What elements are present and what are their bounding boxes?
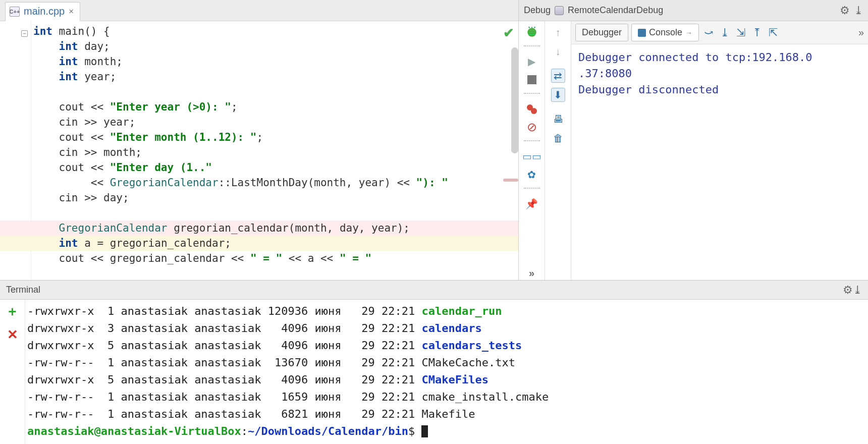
view-breakpoints-icon[interactable] xyxy=(525,102,539,116)
code-line[interactable] xyxy=(33,205,518,220)
code-line[interactable] xyxy=(33,84,518,99)
rerun-debug-icon[interactable] xyxy=(525,25,539,39)
code-line[interactable]: int day; xyxy=(33,39,518,54)
debug-config-name: RemoteCalendarDebug xyxy=(568,5,663,16)
run-config-icon xyxy=(555,6,564,15)
code-line[interactable]: int year; xyxy=(33,69,518,84)
fold-icon[interactable]: − xyxy=(21,30,28,37)
debug-toolwindow-header: Debug RemoteCalendarDebug ⚙ ⤓ xyxy=(519,0,868,21)
close-tab-icon[interactable]: × xyxy=(69,7,74,17)
clear-icon[interactable]: 🗑 xyxy=(551,131,565,145)
step-into-icon[interactable]: ⤓ xyxy=(718,26,731,39)
error-stripe-marker[interactable] xyxy=(503,179,518,182)
code-line[interactable]: cin >> day; xyxy=(33,190,518,205)
editor-tab-main-cpp[interactable]: C++ main.cpp × xyxy=(5,2,80,21)
force-step-into-icon[interactable]: ⇲ xyxy=(734,26,747,39)
code-line[interactable]: cin >> month; xyxy=(33,145,518,160)
down-frame-icon[interactable]: ↓ xyxy=(551,44,565,59)
up-frame-icon[interactable]: ↑ xyxy=(551,25,565,39)
tabs-more-icon[interactable]: » xyxy=(858,27,864,38)
code-line[interactable]: int month; xyxy=(33,54,518,69)
debug-tab-bar: Debugger Console→ ⤻ ⤓ ⇲ ⤒ ⇱ » xyxy=(571,21,868,44)
editor-tab-label: main.cpp xyxy=(24,6,65,17)
run-to-cursor-icon[interactable]: ⇱ xyxy=(767,26,780,39)
terminal-side-toolbar: + ✕ xyxy=(0,300,25,444)
step-over-icon[interactable]: ⤻ xyxy=(702,26,715,39)
hide-icon[interactable]: ⤓ xyxy=(854,4,863,17)
settings-icon[interactable]: ⚙ xyxy=(840,4,850,17)
code-line[interactable]: cout << "Enter month (1..12): "; xyxy=(33,130,518,145)
terminal-header: Terminal ⚙ ⤓ xyxy=(0,281,868,300)
code-line[interactable]: cout << "Enter year (>0): "; xyxy=(33,99,518,115)
code-line[interactable]: int a = gregorian_calendar; xyxy=(0,236,518,251)
print-icon[interactable]: 🖶 xyxy=(551,112,565,126)
console-icon xyxy=(638,29,646,37)
threads-toggle-icon[interactable]: ⬇ xyxy=(551,88,565,102)
debug-action-column-2: ↑ ↓ ⇄ ⬇ 🖶 🗑 xyxy=(545,21,571,280)
step-out-icon[interactable]: ⤒ xyxy=(750,26,764,39)
debug-console-output[interactable]: Debugger connected to tcp:192.168.0 .37:… xyxy=(571,44,868,280)
tab-debugger[interactable]: Debugger xyxy=(575,24,628,41)
cpp-file-icon: C++ xyxy=(10,7,20,17)
vertical-scrollbar[interactable] xyxy=(511,47,518,153)
tab-console[interactable]: Console→ xyxy=(631,24,699,41)
code-line[interactable]: int main() { xyxy=(33,24,518,39)
debug-action-column-1: ▶ ⊘ ▭▭ ✿ 📌 » xyxy=(519,21,545,280)
editor-tab-bar: C++ main.cpp × xyxy=(0,0,518,21)
terminal-hide-icon[interactable]: ⤓ xyxy=(853,284,862,297)
stop-icon[interactable] xyxy=(525,73,539,87)
debug-title: Debug xyxy=(524,5,551,16)
code-line[interactable]: << GregorianCalendar::LastMonthDay(month… xyxy=(33,175,518,190)
close-terminal-icon[interactable]: ✕ xyxy=(7,327,18,343)
frames-toggle-icon[interactable]: ⇄ xyxy=(551,69,565,83)
new-terminal-icon[interactable]: + xyxy=(8,304,16,320)
more-actions-icon[interactable]: » xyxy=(525,266,539,280)
inspection-ok-icon[interactable]: ✔ xyxy=(503,25,514,41)
code-editor[interactable]: − int main() { int day; int month; int y… xyxy=(0,21,518,280)
code-line[interactable]: cout << gregorian_calendar << " = " << a… xyxy=(33,251,518,266)
code-line[interactable]: cout << "Enter day (1.." xyxy=(33,160,518,175)
pin-icon[interactable]: 📌 xyxy=(525,197,539,211)
svg-point-2 xyxy=(531,108,537,114)
mute-breakpoints-icon[interactable]: ⊘ xyxy=(525,120,539,134)
terminal-settings-icon[interactable]: ⚙ xyxy=(843,284,853,297)
terminal-output[interactable]: -rwxrwxr-x 1 anastasiak anastasiak 12093… xyxy=(25,300,868,444)
code-line[interactable]: GregorianCalendar gregorian_calendar(mon… xyxy=(0,220,518,236)
resume-icon[interactable]: ▶ xyxy=(525,54,539,69)
layout-icon[interactable]: ▭▭ xyxy=(525,149,539,163)
code-line[interactable]: cin >> year; xyxy=(33,115,518,130)
terminal-title: Terminal xyxy=(6,285,40,295)
debug-settings-icon[interactable]: ✿ xyxy=(525,168,539,182)
